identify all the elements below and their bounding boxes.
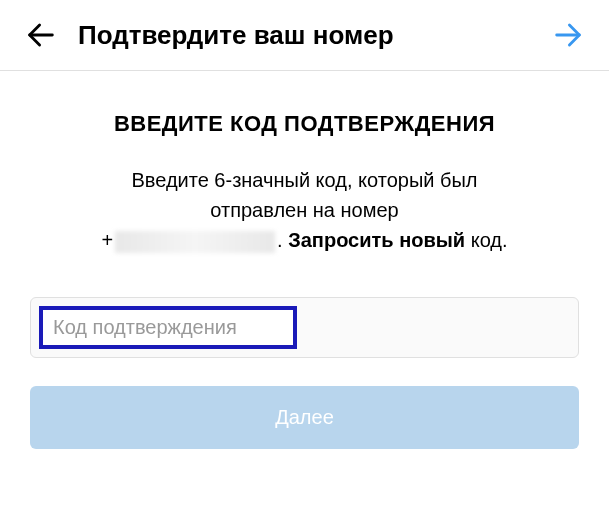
header: Подтвердите ваш номер (0, 0, 609, 71)
phone-prefix: + (101, 229, 113, 251)
content-area: ВВЕДИТЕ КОД ПОДТВЕРЖДЕНИЯ Введите 6-знач… (0, 71, 609, 469)
request-new-code-link[interactable]: Запросить новый (288, 229, 465, 251)
code-input-highlight (39, 306, 297, 349)
next-button[interactable]: Далее (30, 386, 579, 449)
page-title: Подтвердите ваш номер (78, 20, 551, 51)
confirmation-code-input[interactable] (53, 316, 283, 339)
forward-arrow-icon[interactable] (551, 18, 585, 52)
period: . (277, 229, 288, 251)
instruction-text: Введите 6-значный код, который был отпра… (30, 165, 579, 255)
phone-number-blurred (115, 231, 275, 253)
code-input-container (30, 297, 579, 358)
instruction-line1: Введите 6-значный код, который был (131, 169, 477, 191)
section-title: ВВЕДИТЕ КОД ПОДТВЕРЖДЕНИЯ (30, 111, 579, 137)
request-suffix: код. (465, 229, 507, 251)
back-arrow-icon[interactable] (24, 18, 58, 52)
instruction-line2: отправлен на номер (210, 199, 398, 221)
